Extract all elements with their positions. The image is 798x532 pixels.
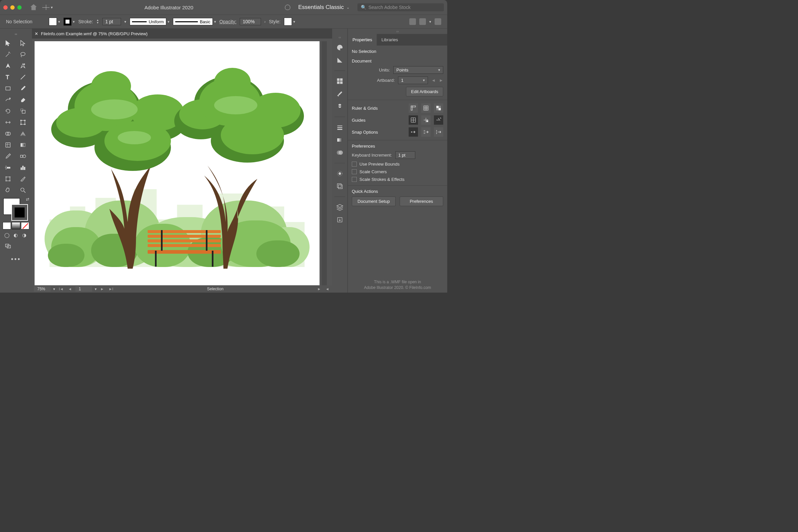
snap-grid-icon[interactable] [421,127,431,137]
opacity-label[interactable]: Opacity: [220,19,236,24]
align-icon[interactable] [409,18,416,25]
maximize-window-icon[interactable] [17,5,22,10]
graphic-style-dropdown[interactable]: ▾ [284,18,295,25]
zoom-tool[interactable] [16,185,30,195]
lasso-tool[interactable] [16,49,30,60]
close-window-icon[interactable] [3,5,8,10]
chevron-down-icon[interactable]: ▾ [95,287,97,291]
grid-icon[interactable] [421,103,431,113]
shaper-tool[interactable] [1,94,15,105]
solid-color-icon[interactable] [3,222,11,229]
stroke-profile-dropdown[interactable]: Uniform▾ [130,18,170,25]
scale-tool[interactable] [16,106,30,116]
swap-icon[interactable]: ⇄ [26,197,29,202]
lock-guides-icon[interactable] [421,115,431,125]
document-setup-button[interactable]: Document Setup [352,196,396,206]
chevron-down-icon[interactable]: ▾ [53,287,55,291]
show-guides-icon[interactable] [408,115,418,125]
arrange-documents-button[interactable]: ▾ [42,5,53,10]
artboard-canvas[interactable] [35,41,320,285]
edit-toolbar-icon[interactable]: ••• [1,252,31,263]
rotate-tool[interactable] [1,106,15,116]
close-tab-icon[interactable]: ✕ [35,31,38,36]
color-panel-icon[interactable] [336,43,344,52]
eyedropper-tool[interactable] [1,151,15,162]
brush-definition-dropdown[interactable]: Basic▾ [173,18,216,25]
gradient-panel-icon[interactable] [336,136,344,144]
width-tool[interactable] [1,117,15,128]
chevron-down-icon[interactable]: ▾ [125,20,126,24]
workspace-switcher[interactable]: Essentials Classic ⌄ [295,4,353,11]
graphic-styles-panel-icon[interactable] [336,182,344,191]
prev-artboard-icon[interactable]: ◄ [431,78,436,83]
list-icon[interactable] [435,18,441,25]
rulers-icon[interactable] [408,103,418,113]
first-artboard-icon[interactable]: I◄ [58,287,64,291]
pen-tool[interactable] [1,60,15,71]
prev-artboard-icon[interactable]: ◄ [67,287,73,291]
smart-guides-icon[interactable] [434,115,443,125]
home-icon[interactable] [30,3,38,11]
tab-properties[interactable]: Properties [348,34,377,45]
stroke-stepper[interactable]: ▲▼ [96,19,99,24]
edit-artboards-button[interactable]: Edit Artboards [406,87,443,96]
mesh-tool[interactable] [1,140,15,150]
draw-behind-icon[interactable]: ◐ [12,231,19,239]
stroke-color[interactable] [11,204,28,221]
tab-libraries[interactable]: Libraries [377,34,403,45]
collapse-icon[interactable]: ‹‹ [339,35,341,39]
screen-mode-icon[interactable] [1,241,15,251]
scale-corners-checkbox[interactable]: Scale Corners [352,169,443,174]
next-artboard-icon[interactable]: ► [439,78,443,83]
vertical-scrollbar[interactable] [322,41,327,285]
units-dropdown[interactable]: Points▾ [393,66,443,74]
blend-tool[interactable] [16,151,30,162]
layers-panel-icon[interactable] [336,203,344,211]
artboard-tool[interactable] [1,174,15,184]
transparency-grid-icon[interactable] [434,103,443,113]
color-guide-panel-icon[interactable] [336,56,344,64]
draw-normal-icon[interactable]: ◯ [3,231,11,239]
magic-wand-tool[interactable] [1,49,15,60]
fill-stroke-colors[interactable]: ⇄ [1,196,31,222]
gradient-tool[interactable] [16,140,30,150]
artboard-dropdown[interactable]: 1▾ [398,76,428,84]
column-graph-tool[interactable] [16,162,30,173]
snap-pixel-icon[interactable] [434,127,443,137]
shape-builder-tool[interactable] [1,128,15,139]
keyboard-increment-input[interactable]: 1 pt [395,151,415,159]
symbols-panel-icon[interactable] [336,102,344,111]
stroke-panel-icon[interactable] [336,123,344,132]
scroll-right-icon[interactable]: ► [316,287,322,291]
expand-icon[interactable]: ›› [348,28,447,34]
line-tool[interactable] [16,72,30,82]
preview-bounds-checkbox[interactable]: Use Preview Bounds [352,162,443,167]
transform-icon[interactable] [419,18,426,25]
stroke-swatch[interactable]: ▾ [63,18,75,25]
last-artboard-icon[interactable]: ►I [108,287,114,291]
artboard-number[interactable]: 1 [75,286,92,291]
paintbrush-tool[interactable] [16,83,30,94]
rectangle-tool[interactable] [1,83,15,94]
collapse-icon[interactable]: ‹‹ [1,31,31,37]
search-stock-field[interactable]: 🔍 Search Adobe Stock [358,3,444,11]
curvature-tool[interactable] [16,60,30,71]
slice-tool[interactable] [16,174,30,184]
direct-selection-tool[interactable] [16,38,30,49]
asset-export-panel-icon[interactable] [336,215,344,224]
scroll-left-icon[interactable]: ◄ [324,287,330,291]
none-color-icon[interactable] [21,222,29,229]
minimize-window-icon[interactable] [10,5,15,10]
snap-point-icon[interactable] [408,127,418,137]
preferences-button[interactable]: Preferences [400,196,443,206]
scale-strokes-checkbox[interactable]: Scale Strokes & Effects [352,177,443,182]
gradient-icon[interactable] [12,222,20,229]
chevron-down-icon[interactable]: ▾ [429,20,431,24]
next-artboard-icon[interactable]: ► [99,287,105,291]
appearance-panel-icon[interactable] [336,169,344,178]
swatches-panel-icon[interactable] [336,77,344,86]
hand-tool[interactable] [1,185,15,195]
zoom-level[interactable]: 75% [34,286,51,291]
fill-swatch[interactable]: ▾ [49,18,60,25]
brushes-panel-icon[interactable] [336,90,344,98]
